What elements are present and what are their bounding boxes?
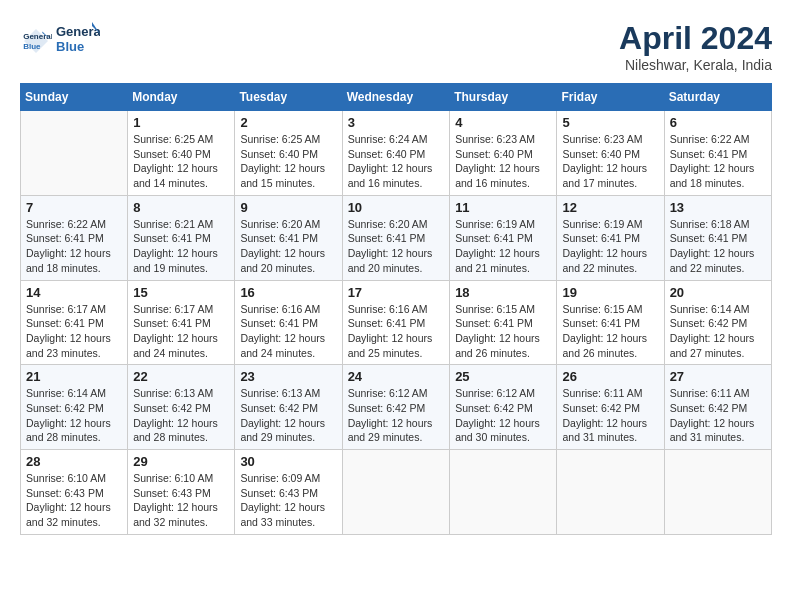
day-info: Sunrise: 6:22 AM Sunset: 6:41 PM Dayligh… bbox=[670, 132, 766, 191]
day-number: 25 bbox=[455, 369, 551, 384]
title-block: April 2024 Nileshwar, Kerala, India bbox=[619, 20, 772, 73]
day-info: Sunrise: 6:12 AM Sunset: 6:42 PM Dayligh… bbox=[455, 386, 551, 445]
calendar-cell bbox=[557, 450, 664, 535]
day-number: 4 bbox=[455, 115, 551, 130]
day-info: Sunrise: 6:17 AM Sunset: 6:41 PM Dayligh… bbox=[133, 302, 229, 361]
calendar-cell: 24Sunrise: 6:12 AM Sunset: 6:42 PM Dayli… bbox=[342, 365, 450, 450]
day-number: 15 bbox=[133, 285, 229, 300]
day-number: 19 bbox=[562, 285, 658, 300]
day-info: Sunrise: 6:20 AM Sunset: 6:41 PM Dayligh… bbox=[348, 217, 445, 276]
calendar-cell: 29Sunrise: 6:10 AM Sunset: 6:43 PM Dayli… bbox=[128, 450, 235, 535]
calendar-cell: 7Sunrise: 6:22 AM Sunset: 6:41 PM Daylig… bbox=[21, 195, 128, 280]
calendar-cell: 14Sunrise: 6:17 AM Sunset: 6:41 PM Dayli… bbox=[21, 280, 128, 365]
calendar-cell: 27Sunrise: 6:11 AM Sunset: 6:42 PM Dayli… bbox=[664, 365, 771, 450]
weekday-header-monday: Monday bbox=[128, 84, 235, 111]
day-info: Sunrise: 6:12 AM Sunset: 6:42 PM Dayligh… bbox=[348, 386, 445, 445]
calendar-cell: 6Sunrise: 6:22 AM Sunset: 6:41 PM Daylig… bbox=[664, 111, 771, 196]
calendar-cell: 10Sunrise: 6:20 AM Sunset: 6:41 PM Dayli… bbox=[342, 195, 450, 280]
calendar-cell: 13Sunrise: 6:18 AM Sunset: 6:41 PM Dayli… bbox=[664, 195, 771, 280]
weekday-header-row: SundayMondayTuesdayWednesdayThursdayFrid… bbox=[21, 84, 772, 111]
day-number: 9 bbox=[240, 200, 336, 215]
day-number: 30 bbox=[240, 454, 336, 469]
calendar-cell: 28Sunrise: 6:10 AM Sunset: 6:43 PM Dayli… bbox=[21, 450, 128, 535]
day-number: 26 bbox=[562, 369, 658, 384]
day-number: 6 bbox=[670, 115, 766, 130]
day-number: 8 bbox=[133, 200, 229, 215]
day-number: 12 bbox=[562, 200, 658, 215]
calendar-cell bbox=[21, 111, 128, 196]
calendar-cell: 2Sunrise: 6:25 AM Sunset: 6:40 PM Daylig… bbox=[235, 111, 342, 196]
day-number: 17 bbox=[348, 285, 445, 300]
calendar-table: SundayMondayTuesdayWednesdayThursdayFrid… bbox=[20, 83, 772, 535]
calendar-cell bbox=[450, 450, 557, 535]
day-number: 20 bbox=[670, 285, 766, 300]
calendar-cell: 21Sunrise: 6:14 AM Sunset: 6:42 PM Dayli… bbox=[21, 365, 128, 450]
day-info: Sunrise: 6:23 AM Sunset: 6:40 PM Dayligh… bbox=[455, 132, 551, 191]
calendar-cell: 18Sunrise: 6:15 AM Sunset: 6:41 PM Dayli… bbox=[450, 280, 557, 365]
day-info: Sunrise: 6:11 AM Sunset: 6:42 PM Dayligh… bbox=[670, 386, 766, 445]
day-number: 24 bbox=[348, 369, 445, 384]
day-info: Sunrise: 6:25 AM Sunset: 6:40 PM Dayligh… bbox=[133, 132, 229, 191]
day-info: Sunrise: 6:14 AM Sunset: 6:42 PM Dayligh… bbox=[26, 386, 122, 445]
calendar-cell: 17Sunrise: 6:16 AM Sunset: 6:41 PM Dayli… bbox=[342, 280, 450, 365]
calendar-cell bbox=[664, 450, 771, 535]
page-header: General Blue General Blue April 2024 Nil… bbox=[20, 20, 772, 73]
calendar-cell: 4Sunrise: 6:23 AM Sunset: 6:40 PM Daylig… bbox=[450, 111, 557, 196]
calendar-cell: 26Sunrise: 6:11 AM Sunset: 6:42 PM Dayli… bbox=[557, 365, 664, 450]
calendar-cell: 19Sunrise: 6:15 AM Sunset: 6:41 PM Dayli… bbox=[557, 280, 664, 365]
calendar-cell: 20Sunrise: 6:14 AM Sunset: 6:42 PM Dayli… bbox=[664, 280, 771, 365]
svg-text:Blue: Blue bbox=[23, 42, 41, 51]
calendar-cell: 30Sunrise: 6:09 AM Sunset: 6:43 PM Dayli… bbox=[235, 450, 342, 535]
day-info: Sunrise: 6:16 AM Sunset: 6:41 PM Dayligh… bbox=[240, 302, 336, 361]
calendar-cell: 16Sunrise: 6:16 AM Sunset: 6:41 PM Dayli… bbox=[235, 280, 342, 365]
calendar-week-5: 28Sunrise: 6:10 AM Sunset: 6:43 PM Dayli… bbox=[21, 450, 772, 535]
calendar-week-4: 21Sunrise: 6:14 AM Sunset: 6:42 PM Dayli… bbox=[21, 365, 772, 450]
day-number: 14 bbox=[26, 285, 122, 300]
calendar-cell: 22Sunrise: 6:13 AM Sunset: 6:42 PM Dayli… bbox=[128, 365, 235, 450]
day-info: Sunrise: 6:20 AM Sunset: 6:41 PM Dayligh… bbox=[240, 217, 336, 276]
day-info: Sunrise: 6:13 AM Sunset: 6:42 PM Dayligh… bbox=[240, 386, 336, 445]
calendar-cell: 12Sunrise: 6:19 AM Sunset: 6:41 PM Dayli… bbox=[557, 195, 664, 280]
day-info: Sunrise: 6:16 AM Sunset: 6:41 PM Dayligh… bbox=[348, 302, 445, 361]
weekday-header-friday: Friday bbox=[557, 84, 664, 111]
day-info: Sunrise: 6:14 AM Sunset: 6:42 PM Dayligh… bbox=[670, 302, 766, 361]
day-info: Sunrise: 6:10 AM Sunset: 6:43 PM Dayligh… bbox=[26, 471, 122, 530]
day-number: 2 bbox=[240, 115, 336, 130]
day-info: Sunrise: 6:11 AM Sunset: 6:42 PM Dayligh… bbox=[562, 386, 658, 445]
calendar-cell: 3Sunrise: 6:24 AM Sunset: 6:40 PM Daylig… bbox=[342, 111, 450, 196]
day-info: Sunrise: 6:19 AM Sunset: 6:41 PM Dayligh… bbox=[562, 217, 658, 276]
day-info: Sunrise: 6:19 AM Sunset: 6:41 PM Dayligh… bbox=[455, 217, 551, 276]
day-number: 7 bbox=[26, 200, 122, 215]
day-info: Sunrise: 6:24 AM Sunset: 6:40 PM Dayligh… bbox=[348, 132, 445, 191]
day-number: 27 bbox=[670, 369, 766, 384]
day-number: 5 bbox=[562, 115, 658, 130]
day-number: 1 bbox=[133, 115, 229, 130]
weekday-header-sunday: Sunday bbox=[21, 84, 128, 111]
logo: General Blue General Blue bbox=[20, 20, 104, 62]
calendar-week-3: 14Sunrise: 6:17 AM Sunset: 6:41 PM Dayli… bbox=[21, 280, 772, 365]
weekday-header-wednesday: Wednesday bbox=[342, 84, 450, 111]
calendar-cell: 9Sunrise: 6:20 AM Sunset: 6:41 PM Daylig… bbox=[235, 195, 342, 280]
day-number: 22 bbox=[133, 369, 229, 384]
day-info: Sunrise: 6:23 AM Sunset: 6:40 PM Dayligh… bbox=[562, 132, 658, 191]
month-title: April 2024 bbox=[619, 20, 772, 57]
day-info: Sunrise: 6:25 AM Sunset: 6:40 PM Dayligh… bbox=[240, 132, 336, 191]
weekday-header-thursday: Thursday bbox=[450, 84, 557, 111]
day-info: Sunrise: 6:22 AM Sunset: 6:41 PM Dayligh… bbox=[26, 217, 122, 276]
day-info: Sunrise: 6:15 AM Sunset: 6:41 PM Dayligh… bbox=[562, 302, 658, 361]
svg-text:Blue: Blue bbox=[56, 39, 84, 54]
day-number: 13 bbox=[670, 200, 766, 215]
day-number: 11 bbox=[455, 200, 551, 215]
day-info: Sunrise: 6:09 AM Sunset: 6:43 PM Dayligh… bbox=[240, 471, 336, 530]
calendar-cell: 5Sunrise: 6:23 AM Sunset: 6:40 PM Daylig… bbox=[557, 111, 664, 196]
calendar-week-2: 7Sunrise: 6:22 AM Sunset: 6:41 PM Daylig… bbox=[21, 195, 772, 280]
location-subtitle: Nileshwar, Kerala, India bbox=[619, 57, 772, 73]
weekday-header-saturday: Saturday bbox=[664, 84, 771, 111]
weekday-header-tuesday: Tuesday bbox=[235, 84, 342, 111]
calendar-cell: 11Sunrise: 6:19 AM Sunset: 6:41 PM Dayli… bbox=[450, 195, 557, 280]
day-info: Sunrise: 6:21 AM Sunset: 6:41 PM Dayligh… bbox=[133, 217, 229, 276]
day-info: Sunrise: 6:18 AM Sunset: 6:41 PM Dayligh… bbox=[670, 217, 766, 276]
day-number: 23 bbox=[240, 369, 336, 384]
calendar-cell: 25Sunrise: 6:12 AM Sunset: 6:42 PM Dayli… bbox=[450, 365, 557, 450]
calendar-cell bbox=[342, 450, 450, 535]
